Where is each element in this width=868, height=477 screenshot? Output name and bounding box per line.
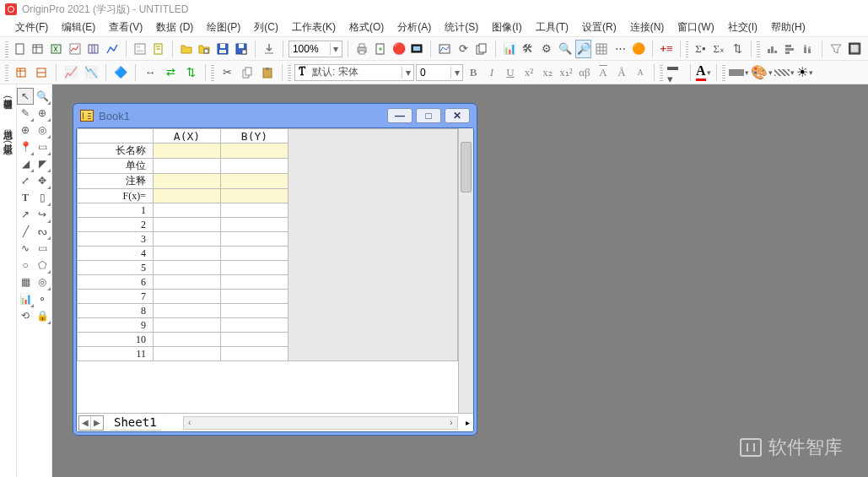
plot-setup-button[interactable]: 📉	[82, 63, 100, 82]
row-label-fx[interactable]: F(x)=	[78, 189, 154, 203]
rescale-button[interactable]: ↔	[141, 63, 159, 82]
sheet-nav-prev[interactable]: ◀	[79, 416, 91, 430]
print-button[interactable]	[353, 40, 370, 58]
code-builder-button[interactable]: 🛠	[520, 40, 536, 58]
menu-window[interactable]: 窗口(W)	[671, 19, 720, 36]
menu-statistics[interactable]: 统计(S)	[438, 19, 485, 36]
scrollbar-thumb[interactable]	[461, 142, 472, 192]
cell[interactable]	[221, 304, 288, 318]
row-label-units[interactable]: 单位	[78, 159, 154, 174]
stats-sum-button[interactable]: Σₓ	[710, 40, 727, 58]
scale-tool[interactable]: ⤢	[17, 172, 34, 189]
grid-button[interactable]	[593, 40, 610, 58]
maximize-button[interactable]: □	[416, 108, 441, 123]
col-chart-button[interactable]	[763, 40, 780, 58]
row-num[interactable]: 3	[78, 232, 154, 247]
insert-equation-tool[interactable]: ⚬	[34, 290, 51, 307]
cell[interactable]	[221, 174, 288, 189]
workbook-window[interactable]: Book1 — □ ✕ A(X) B(Y)	[73, 103, 477, 436]
line-tool[interactable]: ╱	[17, 223, 34, 240]
cell[interactable]	[154, 232, 221, 247]
cell[interactable]	[221, 218, 288, 232]
fill-color-button[interactable]: 🎨▾	[751, 64, 773, 80]
menu-social[interactable]: 社交(I)	[721, 19, 764, 36]
region-tool[interactable]: ▭	[34, 138, 51, 155]
polygon-tool[interactable]: ⬠	[34, 257, 51, 274]
polyline-tool[interactable]: ᔓ	[34, 223, 51, 240]
row-num[interactable]: 10	[78, 333, 154, 347]
horizontal-scrollbar[interactable]: ‹ ›	[183, 416, 458, 430]
new-workbook-button[interactable]	[30, 40, 46, 58]
corner-cell[interactable]	[78, 129, 154, 144]
table-button[interactable]	[12, 63, 30, 82]
underline-button[interactable]: U	[502, 63, 519, 82]
cell[interactable]	[221, 347, 288, 361]
cell[interactable]	[154, 333, 221, 347]
zoom-input[interactable]	[289, 43, 330, 55]
supersubscript-button[interactable]: x₁²	[558, 63, 574, 82]
digitize-button[interactable]	[436, 40, 453, 58]
font-size-input[interactable]	[417, 67, 450, 79]
font-size-dropdown[interactable]: ▾	[450, 67, 462, 79]
line-style-button[interactable]: ▬ ▾	[666, 63, 685, 82]
line-color-button[interactable]: ▾	[729, 68, 749, 77]
row-num[interactable]: 7	[78, 290, 154, 304]
row-label-comments[interactable]: 注释	[78, 174, 154, 189]
row-num[interactable]: 9	[78, 318, 154, 333]
new-matrix-button[interactable]	[85, 40, 102, 58]
minimize-button[interactable]: —	[387, 108, 412, 123]
draw-data-tool[interactable]: ✎	[17, 105, 34, 122]
greek-button[interactable]: αβ	[576, 63, 593, 82]
col-header-a[interactable]: A(X)	[154, 129, 221, 144]
stats-sigma-button[interactable]: Σ▪	[692, 40, 709, 58]
lighting-button[interactable]: ☀▾	[796, 64, 813, 80]
lock-tool[interactable]: 🔒	[34, 307, 51, 324]
rescale-y-button[interactable]: ⇅	[181, 63, 200, 82]
toolbar-grip[interactable]	[757, 41, 760, 57]
menu-column[interactable]: 列(C)	[247, 19, 285, 36]
close-button[interactable]: ✕	[445, 108, 470, 123]
filter-button[interactable]	[828, 40, 844, 58]
plot-button[interactable]: 📈	[62, 63, 80, 82]
save-template-button[interactable]	[233, 40, 250, 58]
duplicate-button[interactable]	[473, 40, 490, 58]
add-column-button[interactable]: 📊	[501, 40, 518, 58]
new-2d-plot-button[interactable]	[104, 40, 121, 58]
row-num[interactable]: 1	[78, 203, 154, 218]
font-dropdown[interactable]: ▾	[402, 67, 413, 79]
cell[interactable]	[154, 144, 221, 159]
import-single-button[interactable]	[372, 40, 389, 58]
cell[interactable]	[221, 247, 288, 261]
toolbar-grip[interactable]	[722, 64, 725, 81]
menu-connectivity[interactable]: 连接(N)	[623, 19, 671, 36]
toolbar-grip[interactable]	[660, 64, 663, 81]
add-new-columns-button[interactable]: +≡	[658, 40, 675, 58]
cell[interactable]	[221, 144, 288, 159]
menu-file[interactable]: 文件(F)	[8, 19, 55, 36]
hscroll-end[interactable]: ▸	[461, 418, 473, 427]
data-selector-tool[interactable]: ⊕	[17, 122, 34, 138]
refresh-button[interactable]: ⟳	[455, 40, 472, 58]
new-notes-button[interactable]	[150, 40, 167, 58]
new-layout-button[interactable]	[132, 40, 148, 58]
menu-image[interactable]: 图像(I)	[485, 19, 528, 36]
row-num[interactable]: 8	[78, 304, 154, 318]
cell[interactable]	[154, 174, 221, 189]
zoom-tool[interactable]: 🔍	[34, 88, 51, 105]
cell[interactable]	[154, 218, 221, 232]
import-wizard-button[interactable]	[261, 40, 278, 58]
cell[interactable]	[154, 261, 221, 275]
row-num[interactable]: 5	[78, 261, 154, 275]
batch-processing-button[interactable]: 🔴	[391, 40, 407, 58]
new-graph-button[interactable]	[67, 40, 84, 58]
toolbar-grip[interactable]	[5, 41, 8, 57]
curved-arrow-tool[interactable]: ↪	[34, 206, 51, 223]
cell[interactable]	[221, 290, 288, 304]
sheet-nav-next[interactable]: ▶	[91, 416, 103, 430]
menu-view[interactable]: 查看(V)	[102, 19, 149, 36]
subscript-button[interactable]: x₂	[539, 63, 556, 82]
row-num[interactable]: 4	[78, 247, 154, 261]
save-button[interactable]	[214, 40, 231, 58]
search-button[interactable]: 🔍	[557, 40, 574, 58]
menu-edit[interactable]: 编辑(E)	[55, 19, 102, 36]
